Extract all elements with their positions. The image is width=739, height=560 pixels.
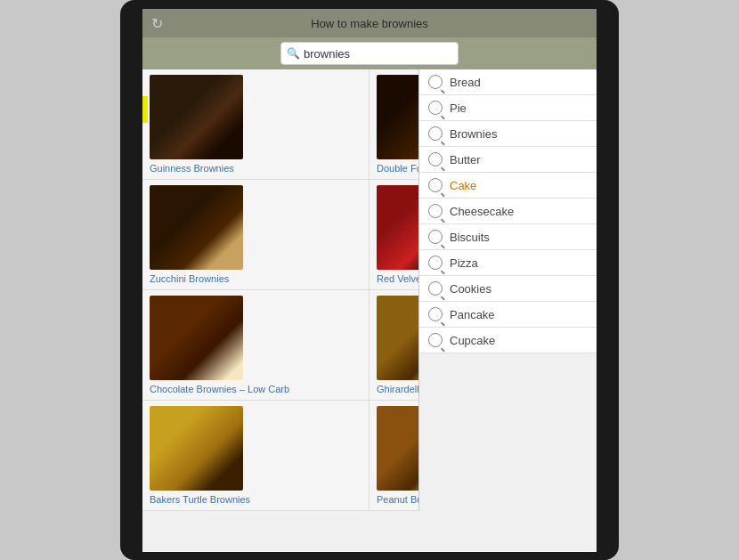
dropdown-search-icon xyxy=(428,152,443,166)
dropdown-item-pie[interactable]: Pie xyxy=(419,95,597,121)
dropdown-search-icon xyxy=(428,307,443,321)
dropdown-item-biscuits[interactable]: Biscuits xyxy=(419,224,597,250)
food-image-zucchini[interactable] xyxy=(150,185,243,270)
food-title-guinness[interactable]: Guinness Brownies xyxy=(150,163,234,174)
dropdown-search-icon xyxy=(428,75,443,89)
dropdown-label-bread: Bread xyxy=(450,76,481,89)
food-title-bakers[interactable]: Bakers Turtle Brownies xyxy=(150,494,250,505)
dropdown-search-icon xyxy=(428,101,443,115)
dropdown-search-icon xyxy=(428,256,443,270)
search-icon: 🔍 xyxy=(287,47,300,60)
grid-cell: Zucchini Brownies xyxy=(142,180,370,289)
search-wrapper: 🔍 xyxy=(280,42,459,65)
refresh-icon[interactable]: ↻ xyxy=(151,15,163,32)
content-area: Guinness Brownies Double Fudge B... Zucc… xyxy=(142,69,597,511)
dropdown-item-pancake[interactable]: Pancake xyxy=(419,302,597,328)
grid-cell: Bakers Turtle Brownies xyxy=(142,401,370,510)
dropdown-label-butter: Butter xyxy=(450,153,481,166)
page-title: How to make brownies xyxy=(311,17,428,30)
dropdown-search-icon xyxy=(428,333,443,347)
search-input[interactable] xyxy=(304,47,452,61)
dropdown-search-icon xyxy=(428,281,443,296)
dropdown-item-cake[interactable]: Cake xyxy=(419,173,597,199)
dropdown-label-cake: Cake xyxy=(450,179,476,192)
dropdown-search-icon xyxy=(428,230,443,244)
dropdown-label-cookies: Cookies xyxy=(450,282,491,296)
grid-cell: Chocolate Brownies – Low Carb xyxy=(142,290,370,400)
dropdown-item-butter[interactable]: Butter xyxy=(419,147,597,173)
dropdown-search-icon xyxy=(428,178,443,192)
tablet-screen: ↻ How to make brownies 🔍 Guinness Browni… xyxy=(142,9,597,552)
dropdown-item-cupcake[interactable]: Cupcake xyxy=(419,328,597,353)
yellow-bar xyxy=(142,96,148,123)
dropdown-item-cookies[interactable]: Cookies xyxy=(419,276,597,302)
top-bar: ↻ How to make brownies xyxy=(142,9,597,37)
dropdown-label-cheesecake: Cheesecake xyxy=(450,205,514,218)
dropdown-search-icon xyxy=(428,204,443,218)
dropdown-label-cupcake: Cupcake xyxy=(450,334,495,347)
tablet-frame: ↻ How to make brownies 🔍 Guinness Browni… xyxy=(120,0,619,560)
dropdown-search-icon xyxy=(428,126,443,141)
dropdown-label-biscuits: Biscuits xyxy=(450,231,490,244)
food-image-bakers[interactable] xyxy=(150,406,243,491)
search-bar: 🔍 xyxy=(142,37,597,69)
dropdown-item-cheesecake[interactable]: Cheesecake xyxy=(419,199,597,224)
dropdown-label-pie: Pie xyxy=(450,101,467,115)
food-image-guinness[interactable] xyxy=(150,75,243,159)
dropdown-item-brownies[interactable]: Brownies xyxy=(419,121,597,147)
grid-cell: Guinness Brownies xyxy=(142,69,370,179)
food-image-choc-lowcarb[interactable] xyxy=(150,296,243,380)
food-title-zucchini[interactable]: Zucchini Brownies xyxy=(150,273,229,284)
dropdown-label-brownies: Brownies xyxy=(450,127,497,141)
dropdown-label-pancake: Pancake xyxy=(450,308,495,321)
dropdown-item-bread[interactable]: Bread xyxy=(419,69,597,95)
food-title-choc-lowcarb[interactable]: Chocolate Brownies – Low Carb xyxy=(150,384,289,394)
dropdown-overlay: Bread Pie Brownies Butter Cake xyxy=(418,69,597,511)
dropdown-item-pizza[interactable]: Pizza xyxy=(419,250,597,276)
dropdown-label-pizza: Pizza xyxy=(450,256,478,270)
